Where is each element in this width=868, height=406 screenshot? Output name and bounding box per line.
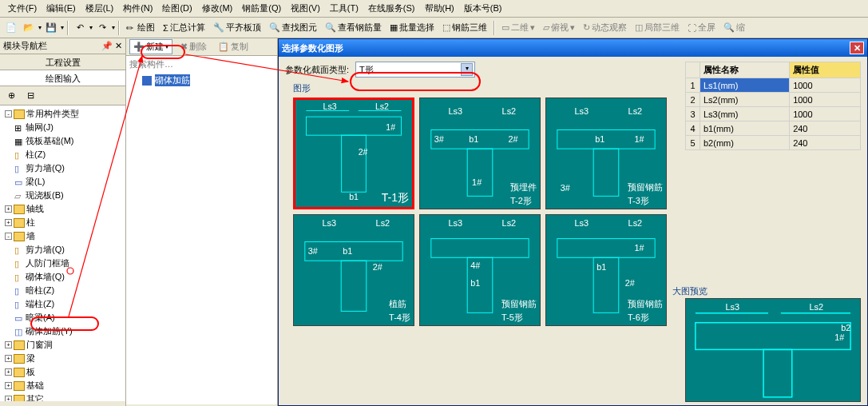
component-type-tree[interactable]: -常用构件类型 ⊞轴网(J) ▦筏板基础(M) ▯柱(Z) ▯剪力墙(Q) ▭梁…: [0, 105, 125, 401]
tree-group[interactable]: 梁: [26, 352, 35, 364]
collapse-icon[interactable]: ⊟: [22, 88, 38, 104]
svg-text:3#: 3#: [561, 183, 570, 193]
local3d-button[interactable]: ◫局部三维: [632, 22, 683, 34]
svg-text:1#: 1#: [472, 177, 482, 187]
flat-button[interactable]: 🔧平齐板顶: [210, 22, 264, 34]
sidebar-title: 模块导航栏 📌 ✕: [0, 38, 125, 54]
expand-icon[interactable]: ⊕: [3, 88, 19, 104]
toolbar-standard: 📄 📂▾ 💾▾ ↶▾ ↷▾ ✏绘图 Σ 汇总计算 🔧平齐板顶 🔍查找图元 🔍查看…: [0, 18, 868, 38]
tree-item[interactable]: 砌体墙(Q): [26, 271, 65, 283]
svg-text:b2: b2: [841, 323, 850, 332]
twod-button[interactable]: ▭二维▾: [498, 22, 538, 34]
tree-item[interactable]: 剪力墙(Q): [26, 244, 65, 256]
tree-item[interactable]: 端柱(Z): [26, 298, 54, 310]
menu-draw[interactable]: 绘图(D): [157, 1, 196, 16]
sum-button[interactable]: Σ 汇总计算: [160, 22, 208, 34]
rebar3d-button[interactable]: ⬚钢筋三维: [439, 22, 490, 34]
figure-t4[interactable]: Ls3Ls23#b12# 植筋T-4形: [293, 214, 414, 326]
dynview-button[interactable]: ↻动态观察: [580, 22, 630, 34]
tree-group[interactable]: 轴线: [26, 203, 44, 215]
svg-text:b1: b1: [597, 262, 606, 272]
parametric-shape-dialog: 选择参数化图形 ✕ 参数化截面类型: T形▾ 图形 Ls3Ls21#2#b1 T…: [278, 38, 868, 406]
svg-text:b1: b1: [349, 192, 359, 201]
copy-component-button[interactable]: 📋复制: [215, 41, 252, 53]
menu-modify[interactable]: 修改(M): [197, 1, 238, 16]
topview-button[interactable]: ▱俯视▾: [540, 22, 578, 34]
figure-t6[interactable]: Ls3Ls21#b12# 预留钢筋T-6形: [545, 214, 667, 326]
delete-component-button[interactable]: ✖删除: [177, 41, 210, 53]
svg-text:2#: 2#: [373, 262, 382, 272]
tree-group[interactable]: 柱: [26, 217, 35, 229]
figure-grid: Ls3Ls21#2#b1 T-1形 Ls3Ls23#b12#1# 预埋件T-2形…: [293, 98, 676, 326]
new-component-button[interactable]: ➕新建▾: [129, 39, 172, 54]
svg-text:Ls3: Ls3: [449, 218, 462, 228]
tree-item[interactable]: 暗梁(A): [26, 312, 55, 324]
save-icon[interactable]: 💾: [43, 20, 59, 36]
find-rebar-button[interactable]: 🔍查看钢筋量: [322, 22, 385, 34]
menu-help[interactable]: 帮助(H): [420, 1, 459, 16]
draw-button[interactable]: ✏绘图: [123, 22, 158, 34]
tree-item[interactable]: 人防门框墙: [26, 257, 69, 269]
svg-text:Ls3: Ls3: [323, 102, 337, 111]
tree-item[interactable]: 柱(Z): [26, 149, 46, 161]
svg-text:Ls3: Ls3: [726, 302, 740, 312]
menu-floor[interactable]: 楼层(L): [81, 1, 118, 16]
figure-t3[interactable]: Ls3Ls21#b13# 预留钢筋T-3形: [545, 98, 667, 209]
tree-group[interactable]: 门窗洞: [26, 339, 53, 351]
menu-view[interactable]: 视图(V): [286, 1, 325, 16]
pin-icon[interactable]: 📌: [101, 41, 113, 50]
property-table[interactable]: 属性名称属性值 1Ls1(mm)1000 2Ls2(mm)1000 3Ls3(m…: [685, 62, 861, 150]
menu-rebar[interactable]: 钢筋量(Q): [237, 1, 286, 16]
tree-item[interactable]: 剪力墙(Q): [26, 162, 65, 174]
preview-label: 大图预览: [672, 285, 707, 297]
tab-project-settings[interactable]: 工程设置: [0, 54, 125, 70]
close-panel-icon[interactable]: ✕: [115, 41, 122, 50]
find-elem-button[interactable]: 🔍查找图元: [266, 22, 320, 34]
open-icon[interactable]: 📂: [21, 20, 37, 36]
svg-rect-18: [593, 149, 619, 196]
menu-version[interactable]: 版本号(B): [459, 1, 507, 16]
component-instance[interactable]: ◫砌体加筋: [128, 74, 275, 87]
new-file-icon[interactable]: 📄: [3, 20, 19, 36]
tree-item[interactable]: 梁(L): [26, 176, 45, 188]
svg-text:Ls2: Ls2: [376, 218, 390, 228]
section-type-combo[interactable]: T形▾: [355, 62, 475, 78]
menu-component[interactable]: 构件(N): [118, 1, 157, 16]
svg-rect-45: [763, 349, 792, 396]
close-icon[interactable]: ✕: [850, 42, 864, 54]
svg-text:Ls2: Ls2: [628, 106, 642, 116]
svg-text:4#: 4#: [470, 261, 480, 270]
tree-root[interactable]: 常用构件类型: [26, 108, 79, 120]
component-instance-tree[interactable]: ◫砌体加筋: [126, 72, 277, 404]
tree-item-masonry-reinf[interactable]: 砌体加筋(Y): [26, 325, 73, 337]
undo-icon[interactable]: ↶: [72, 20, 88, 36]
batch-button[interactable]: ▦批量选择: [386, 22, 438, 34]
zoom-button[interactable]: 🔍缩: [720, 22, 748, 34]
tree-group[interactable]: 基础: [26, 380, 44, 392]
tab-draw-input[interactable]: 绘图输入: [0, 70, 125, 86]
large-preview: Ls3Ls21#b2: [685, 298, 861, 402]
search-component-input[interactable]: [126, 56, 277, 72]
fullscreen-button[interactable]: ⛶全屏: [684, 22, 719, 34]
figure-t5[interactable]: Ls3Ls24#b1 预留钢筋T-5形: [419, 214, 541, 326]
svg-text:Ls2: Ls2: [628, 218, 642, 228]
redo-icon[interactable]: ↷: [94, 20, 110, 36]
tree-group-wall[interactable]: 墙: [26, 230, 35, 242]
svg-text:Ls3: Ls3: [449, 106, 462, 116]
tree-item[interactable]: 暗柱(Z): [26, 285, 54, 297]
svg-rect-44: [696, 323, 850, 350]
param-type-label: 参数化截面类型:: [285, 64, 349, 76]
tree-item[interactable]: 筏板基础(M): [26, 135, 74, 147]
tree-item[interactable]: 现浇板(B): [26, 189, 64, 201]
menu-tools[interactable]: 工具(T): [325, 1, 363, 16]
figure-t1[interactable]: Ls3Ls21#2#b1 T-1形: [293, 98, 414, 209]
dialog-titlebar[interactable]: 选择参数化图形 ✕: [279, 39, 867, 57]
menu-edit[interactable]: 编辑(E): [42, 1, 81, 16]
figure-t2[interactable]: Ls3Ls23#b12#1# 预埋件T-2形: [419, 98, 541, 209]
chevron-down-icon[interactable]: ▾: [461, 63, 473, 76]
menu-file[interactable]: 文件(F): [3, 1, 42, 16]
tree-group[interactable]: 其它: [26, 393, 44, 401]
tree-item[interactable]: 轴网(J): [26, 121, 54, 133]
tree-group[interactable]: 板: [26, 366, 35, 378]
menu-online[interactable]: 在线服务(S): [363, 1, 420, 16]
